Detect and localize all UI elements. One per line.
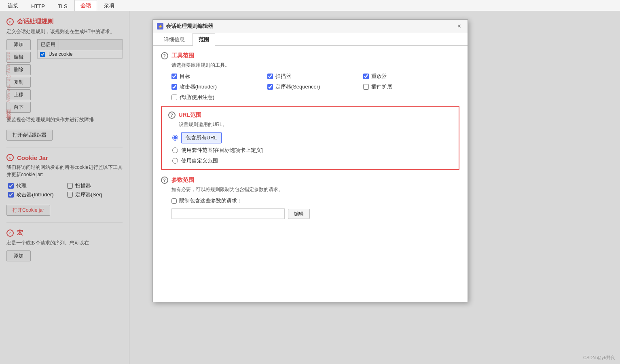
url-suite-radio[interactable] [172, 147, 178, 153]
url-custom-radio[interactable] [172, 158, 178, 164]
dialog-tab-details[interactable]: 详细信息 [158, 33, 191, 46]
url-suite-label: 使用套件范围[在目标选项卡上定义] [181, 147, 263, 154]
tab-misc[interactable]: 杂项 [98, 0, 121, 11]
param-scope-help-icon[interactable]: ? [161, 177, 168, 184]
url-scope-desc: 设置规则适用的URL。 [168, 121, 452, 128]
tool-target-checkbox[interactable] [171, 74, 177, 79]
param-input[interactable] [171, 208, 285, 219]
tab-http[interactable]: HTTP [25, 1, 51, 11]
tool-sequencer: 定序器(Sequencer) [267, 83, 363, 90]
top-nav: 连接 HTTP TLS 会话 杂项 [0, 0, 620, 11]
tool-scope-section: ? 工具范围 请选择要应用规则的工具。 目标 扫描器 [161, 52, 459, 101]
dialog-title-text: 会话处理规则编辑器 [166, 23, 453, 30]
param-limit-row: 限制包含这些参数的请求： [161, 197, 459, 204]
param-input-row: 编辑 [161, 208, 459, 219]
tool-extensions-checkbox[interactable] [363, 84, 369, 90]
url-scope-radio-group: 包含所有URL 使用套件范围[在目标选项卡上定义] 使用自定义范围 [168, 132, 452, 164]
url-scope-box: ? URL范围 设置规则适用的URL。 包含所有URL 使用套件范围[在目标选项… [161, 106, 459, 170]
tool-intruder-checkbox[interactable] [171, 84, 177, 90]
url-scope-help-icon[interactable]: ? [168, 112, 176, 119]
param-limit-label: 限制包含这些参数的请求： [179, 197, 242, 204]
tab-tls[interactable]: TLS [52, 1, 74, 11]
url-custom-label: 使用自定义范围 [181, 157, 218, 164]
tool-scope-help-icon[interactable]: ? [161, 52, 168, 59]
tool-sequencer-checkbox[interactable] [267, 84, 273, 90]
tool-scanner: 扫描器 [267, 73, 363, 80]
tab-session[interactable]: 会话 [74, 0, 97, 11]
tool-proxy-checkbox[interactable] [171, 95, 177, 100]
tool-repeater-checkbox[interactable] [363, 74, 369, 79]
url-option-custom: 使用自定义范围 [172, 157, 452, 164]
param-scope-desc: 如有必要，可以将规则限制为包含指定参数的请求。 [161, 186, 459, 193]
param-edit-button[interactable]: 编辑 [288, 209, 310, 219]
tool-scope-desc: 请选择要应用规则的工具。 [161, 62, 459, 69]
dialog-overlay: ⚡ 会话处理规则编辑器 × 详细信息 范围 ? 工具范围 请选择要应用规则的工具… [0, 11, 620, 364]
tool-scope-checkboxes: 目标 扫描器 重放器 攻击器(Intruder) [161, 73, 459, 101]
tool-intruder: 攻击器(Intruder) [171, 83, 267, 90]
url-scope-title: ? URL范围 [168, 112, 452, 119]
dialog-title-icon: ⚡ [157, 23, 163, 29]
url-option-all: 包含所有URL [172, 132, 452, 143]
param-scope-title: ? 参数范围 [161, 177, 459, 184]
dialog: ⚡ 会话处理规则编辑器 × 详细信息 范围 ? 工具范围 请选择要应用规则的工具… [152, 19, 468, 302]
dialog-tab-scope[interactable]: 范围 [193, 33, 215, 46]
dialog-body: ? 工具范围 请选择要应用规则的工具。 目标 扫描器 [153, 46, 468, 302]
tab-connect[interactable]: 连接 [2, 0, 24, 11]
tool-repeater: 重放器 [363, 73, 459, 80]
tool-extensions: 插件扩展 [363, 83, 459, 90]
tool-scanner-checkbox[interactable] [267, 74, 273, 79]
url-all-label: 包含所有URL [181, 132, 222, 143]
url-all-radio[interactable] [172, 135, 178, 141]
param-scope-section: ? 参数范围 如有必要，可以将规则限制为包含指定参数的请求。 限制包含这些参数的… [161, 177, 459, 219]
tool-proxy: 代理(使用注意) [171, 94, 267, 101]
tool-scope-title: ? 工具范围 [161, 52, 459, 59]
dialog-close-button[interactable]: × [455, 22, 463, 30]
tool-target: 目标 [171, 73, 267, 80]
param-limit-checkbox[interactable] [171, 198, 177, 204]
dialog-tabs: 详细信息 范围 [153, 33, 468, 46]
url-option-suite: 使用套件范围[在目标选项卡上定义] [172, 147, 452, 154]
main-content: and I say Oh, the way 对 我 是 这 样 你 ○ 会话处理… [0, 11, 620, 364]
dialog-titlebar: ⚡ 会话处理规则编辑器 × [153, 20, 468, 33]
